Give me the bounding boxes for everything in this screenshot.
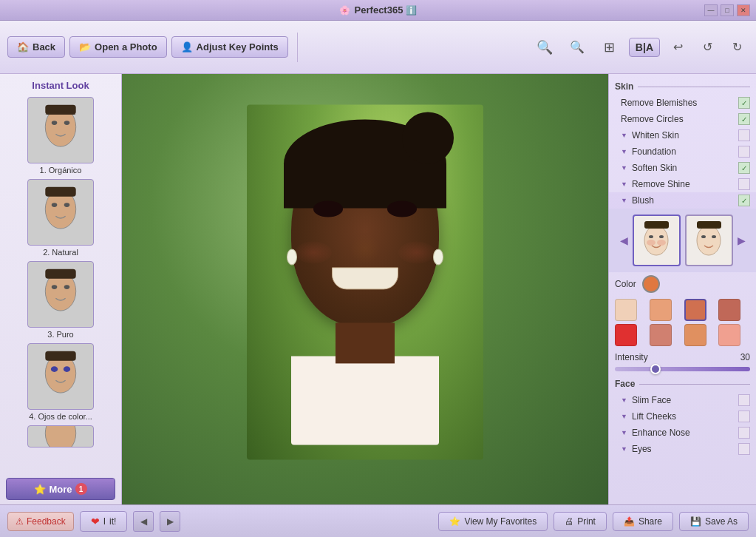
eyes-row[interactable]: ▼ Eyes (609, 441, 756, 457)
back-button[interactable]: 🏠 Back (7, 36, 65, 58)
soften-skin-check[interactable]: ✓ (738, 162, 750, 174)
whiten-skin-label: Whiten Skin (632, 130, 734, 141)
maximize-button[interactable]: □ (721, 4, 734, 16)
whiten-skin-check[interactable] (738, 129, 750, 141)
svg-rect-11 (45, 269, 75, 279)
remove-blemishes-check[interactable]: ✓ (738, 97, 750, 109)
skin-section-line (638, 87, 750, 87)
foundation-check[interactable] (738, 146, 750, 158)
look-item-3[interactable]: 3. Puro (6, 261, 115, 339)
share-button[interactable]: 📤 Share (613, 512, 673, 531)
remove-circles-check[interactable]: ✓ (738, 113, 750, 125)
more-icon: ⭐ (34, 484, 46, 495)
nav-right-button[interactable]: ▶ (160, 511, 180, 532)
color-main-swatch[interactable] (642, 275, 660, 293)
look-label-4: 4. Ojos de color... (29, 412, 92, 421)
lift-cheeks-row[interactable]: ▼ Lift Cheeks (609, 408, 756, 425)
slim-face-arrow: ▼ (621, 396, 627, 404)
eyes-check[interactable] (738, 443, 750, 455)
intensity-slider[interactable] (615, 367, 750, 371)
slim-face-check[interactable] (738, 394, 750, 406)
open-photo-icon: 📂 (79, 41, 91, 53)
close-button[interactable]: ✕ (737, 4, 750, 16)
look-item-4[interactable]: 4. Ojos de color... (6, 343, 115, 421)
remove-shine-row[interactable]: ▼ Remove Shine (609, 176, 756, 192)
adjust-icon: 👤 (181, 41, 193, 53)
remove-blemishes-row[interactable]: Remove Blemishes ✓ (609, 95, 756, 111)
redo-back-button[interactable]: ↺ (695, 36, 719, 59)
bia-button[interactable]: B|A (629, 38, 660, 57)
svg-point-14 (64, 366, 70, 372)
svg-rect-22 (644, 221, 669, 229)
main-content: Instant Look 1. Orgánico (0, 74, 756, 504)
i-love-it-button[interactable]: ❤ I it! (80, 511, 128, 532)
lift-cheeks-arrow: ▼ (621, 413, 627, 420)
svg-rect-7 (45, 187, 75, 197)
blush-check[interactable]: ✓ (738, 195, 750, 206)
enhance-nose-label: Enhance Nose (632, 428, 734, 438)
feedback-button[interactable]: ⚠ Feedback (7, 512, 74, 531)
fit-button[interactable]: ⊞ (596, 34, 623, 61)
soften-skin-label: Soften Skin (632, 163, 734, 173)
face-prev-right[interactable]: ▶ (738, 234, 746, 246)
remove-circles-row[interactable]: Remove Circles ✓ (609, 111, 756, 127)
color-swatch-0[interactable] (615, 299, 637, 321)
bottom-toolbar: ⚠ Feedback ❤ I it! ◀ ▶ ⭐ View My Favorit… (0, 504, 756, 537)
look-item-2[interactable]: 2. Natural (6, 179, 115, 257)
foundation-row[interactable]: ▼ Foundation (609, 143, 756, 160)
color-grid (609, 296, 756, 349)
adjust-key-points-button[interactable]: 👤 Adjust Key Points (171, 36, 288, 58)
look-item-5[interactable] (6, 425, 115, 448)
svg-point-2 (64, 121, 70, 125)
zoom-in-button[interactable]: 🔍 (531, 34, 558, 61)
svg-point-18 (649, 235, 653, 238)
print-button[interactable]: 🖨 Print (554, 512, 607, 531)
blush-arrow: ▼ (621, 197, 627, 204)
skin-label: Skin (615, 81, 633, 92)
save-icon: 💾 (690, 516, 701, 527)
svg-point-16 (45, 425, 75, 448)
open-photo-button[interactable]: 📂 Open a Photo (69, 36, 167, 58)
remove-blemishes-label: Remove Blemishes (621, 98, 734, 108)
enhance-nose-check[interactable] (738, 427, 750, 439)
look-thumb-5 (27, 425, 94, 448)
look-item-1[interactable]: 1. Orgánico (6, 97, 115, 175)
soften-skin-row[interactable]: ▼ Soften Skin ✓ (609, 160, 756, 176)
view-favorites-button[interactable]: ⭐ View My Favorites (438, 512, 548, 531)
left-panel: Instant Look 1. Orgánico (0, 74, 122, 504)
nav-left-button[interactable]: ◀ (133, 511, 154, 532)
zoom-out-button[interactable]: 🔍 (564, 34, 590, 61)
more-button[interactable]: ⭐ More 1 (6, 478, 115, 500)
redo-forward-button[interactable]: ↻ (725, 36, 749, 59)
color-swatch-5[interactable] (650, 324, 672, 346)
face-preview-2[interactable] (685, 215, 733, 266)
face-preview-1[interactable] (633, 215, 681, 266)
color-swatch-6[interactable] (684, 324, 706, 346)
color-swatch-7[interactable] (718, 324, 740, 346)
foundation-label: Foundation (632, 146, 734, 157)
svg-point-21 (657, 240, 666, 246)
lift-cheeks-check[interactable] (738, 411, 750, 422)
whiten-skin-row[interactable]: ▼ Whiten Skin (609, 127, 756, 143)
remove-shine-label: Remove Shine (632, 179, 734, 189)
enhance-nose-row[interactable]: ▼ Enhance Nose (609, 425, 756, 441)
color-swatch-3[interactable] (718, 299, 740, 321)
color-swatch-1[interactable] (650, 299, 672, 321)
color-swatch-4[interactable] (615, 324, 637, 346)
undo-button[interactable]: ↩ (666, 36, 689, 59)
save-as-button[interactable]: 💾 Save As (679, 512, 749, 531)
face-prev-left[interactable]: ◀ (620, 234, 628, 246)
titlebar: 🌸 Perfect365 ℹ️ — □ ✕ (0, 0, 756, 21)
eyes-label: Eyes (632, 444, 734, 454)
enhance-nose-arrow: ▼ (621, 429, 627, 436)
slim-face-row[interactable]: ▼ Slim Face (609, 392, 756, 408)
blush-label: Blush (632, 195, 734, 206)
svg-point-23 (697, 226, 721, 255)
minimize-button[interactable]: — (704, 4, 718, 16)
color-swatch-2[interactable] (684, 299, 706, 321)
info-icon[interactable]: ℹ️ (406, 5, 417, 16)
intensity-thumb[interactable] (650, 364, 661, 374)
toolbar: 🏠 Back 📂 Open a Photo 👤 Adjust Key Point… (0, 21, 756, 74)
remove-shine-check[interactable] (738, 178, 750, 190)
blush-row[interactable]: ▼ Blush ✓ (609, 192, 756, 209)
